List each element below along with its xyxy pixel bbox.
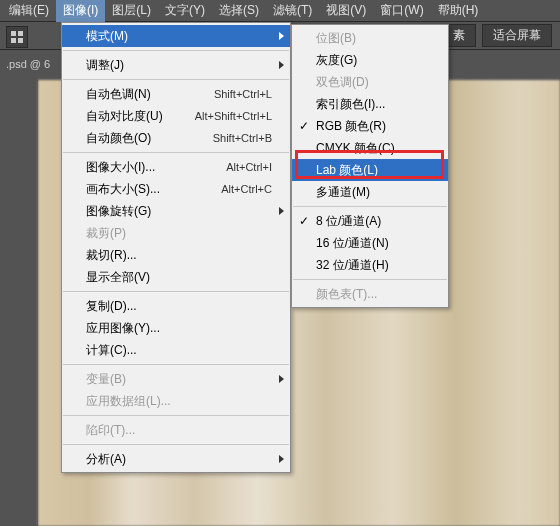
- image-menu-item[interactable]: 应用图像(Y)...: [62, 317, 290, 339]
- image-menu-item[interactable]: 画布大小(S)...Alt+Ctrl+C: [62, 178, 290, 200]
- menu-label: 双色调(D): [316, 74, 430, 91]
- mode-submenu-item[interactable]: ✓RGB 颜色(R): [292, 115, 448, 137]
- mode-submenu-item[interactable]: 索引颜色(I)...: [292, 93, 448, 115]
- menu-label: 复制(D)...: [86, 298, 272, 315]
- image-menu-item[interactable]: 模式(M): [62, 25, 290, 47]
- image-menu-item[interactable]: 自动对比度(U)Alt+Shift+Ctrl+L: [62, 105, 290, 127]
- submenu-arrow-icon: [279, 61, 284, 69]
- menu-label: Lab 颜色(L): [316, 162, 430, 179]
- image-menu-item: 应用数据组(L)...: [62, 390, 290, 412]
- submenu-arrow-icon: [279, 32, 284, 40]
- image-menu-item[interactable]: 图像旋转(G): [62, 200, 290, 222]
- image-menu-item: 陷印(T)...: [62, 419, 290, 441]
- image-menu-item: 裁剪(P): [62, 222, 290, 244]
- image-menu-item[interactable]: 显示全部(V): [62, 266, 290, 288]
- grid-icon: [10, 30, 24, 44]
- svg-rect-0: [11, 31, 16, 36]
- menubar-item[interactable]: 图层(L): [105, 0, 158, 22]
- document-tab[interactable]: .psd @ 6: [0, 54, 56, 74]
- menubar-item[interactable]: 滤镜(T): [266, 0, 319, 22]
- mode-submenu-item[interactable]: 16 位/通道(N): [292, 232, 448, 254]
- mode-submenu-item: 位图(B): [292, 27, 448, 49]
- mode-submenu: 位图(B)灰度(G)双色调(D)索引颜色(I)...✓RGB 颜色(R)CMYK…: [291, 24, 449, 308]
- menu-label: 模式(M): [86, 28, 272, 45]
- menu-shortcut: Shift+Ctrl+B: [213, 132, 272, 144]
- image-menu-item[interactable]: 分析(A): [62, 448, 290, 470]
- image-menu-item[interactable]: 调整(J): [62, 54, 290, 76]
- check-icon: ✓: [299, 119, 309, 133]
- submenu-arrow-icon: [279, 455, 284, 463]
- menubar-item[interactable]: 编辑(E): [2, 0, 56, 22]
- menu-label: 16 位/通道(N): [316, 235, 430, 252]
- menu-label: 颜色表(T)...: [316, 286, 430, 303]
- menubar-item[interactable]: 帮助(H): [431, 0, 486, 22]
- menu-label: 8 位/通道(A): [316, 213, 430, 230]
- submenu-arrow-icon: [279, 207, 284, 215]
- mode-submenu-item[interactable]: 多通道(M): [292, 181, 448, 203]
- tool-icon[interactable]: [6, 26, 28, 48]
- menu-label: 自动对比度(U): [86, 108, 167, 125]
- menu-label: CMYK 颜色(C): [316, 140, 430, 157]
- image-menu-separator: [63, 444, 289, 445]
- image-menu-separator: [63, 415, 289, 416]
- menubar-item[interactable]: 选择(S): [212, 0, 266, 22]
- menu-shortcut: Shift+Ctrl+L: [214, 88, 272, 100]
- mode-submenu-separator: [293, 206, 447, 207]
- menubar-item[interactable]: 窗口(W): [373, 0, 430, 22]
- mode-submenu-item: 颜色表(T)...: [292, 283, 448, 305]
- menu-label: 变量(B): [86, 371, 272, 388]
- menu-label: 显示全部(V): [86, 269, 272, 286]
- toolbar-btn-fit[interactable]: 适合屏幕: [482, 24, 552, 47]
- menu-label: RGB 颜色(R): [316, 118, 430, 135]
- menubar-item[interactable]: 图像(I): [56, 0, 105, 22]
- menu-label: 灰度(G): [316, 52, 430, 69]
- image-menu-item[interactable]: 自动色调(N)Shift+Ctrl+L: [62, 83, 290, 105]
- menu-label: 自动色调(N): [86, 86, 186, 103]
- menubar-item[interactable]: 文字(Y): [158, 0, 212, 22]
- menubar-item[interactable]: 视图(V): [319, 0, 373, 22]
- left-sidebar: [0, 80, 38, 526]
- image-menu-item[interactable]: 计算(C)...: [62, 339, 290, 361]
- menu-label: 应用图像(Y)...: [86, 320, 272, 337]
- svg-rect-3: [18, 38, 23, 43]
- mode-submenu-separator: [293, 279, 447, 280]
- menu-label: 32 位/通道(H): [316, 257, 430, 274]
- image-menu-separator: [63, 79, 289, 80]
- mode-submenu-item[interactable]: 灰度(G): [292, 49, 448, 71]
- menu-label: 多通道(M): [316, 184, 430, 201]
- menu-label: 裁剪(P): [86, 225, 272, 242]
- image-menu-item: 变量(B): [62, 368, 290, 390]
- image-menu-separator: [63, 50, 289, 51]
- mode-submenu-item: 双色调(D): [292, 71, 448, 93]
- menu-shortcut: Alt+Ctrl+C: [221, 183, 272, 195]
- svg-rect-1: [18, 31, 23, 36]
- image-menu: 模式(M)调整(J)自动色调(N)Shift+Ctrl+L自动对比度(U)Alt…: [61, 22, 291, 473]
- menu-label: 索引颜色(I)...: [316, 96, 430, 113]
- image-menu-item[interactable]: 裁切(R)...: [62, 244, 290, 266]
- menu-label: 调整(J): [86, 57, 272, 74]
- menu-shortcut: Alt+Ctrl+I: [226, 161, 272, 173]
- check-icon: ✓: [299, 214, 309, 228]
- image-menu-separator: [63, 364, 289, 365]
- svg-rect-2: [11, 38, 16, 43]
- menu-label: 裁切(R)...: [86, 247, 272, 264]
- menu-label: 自动颜色(O): [86, 130, 185, 147]
- menu-label: 图像大小(I)...: [86, 159, 198, 176]
- mode-submenu-item[interactable]: CMYK 颜色(C): [292, 137, 448, 159]
- menu-label: 分析(A): [86, 451, 272, 468]
- menu-label: 图像旋转(G): [86, 203, 272, 220]
- submenu-arrow-icon: [279, 375, 284, 383]
- image-menu-item[interactable]: 图像大小(I)...Alt+Ctrl+I: [62, 156, 290, 178]
- mode-submenu-item[interactable]: 32 位/通道(H): [292, 254, 448, 276]
- mode-submenu-item[interactable]: ✓8 位/通道(A): [292, 210, 448, 232]
- menu-label: 画布大小(S)...: [86, 181, 193, 198]
- menu-label: 计算(C)...: [86, 342, 272, 359]
- image-menu-separator: [63, 291, 289, 292]
- image-menu-separator: [63, 152, 289, 153]
- image-menu-item[interactable]: 自动颜色(O)Shift+Ctrl+B: [62, 127, 290, 149]
- menu-shortcut: Alt+Shift+Ctrl+L: [195, 110, 272, 122]
- menu-label: 陷印(T)...: [86, 422, 272, 439]
- mode-submenu-item[interactable]: Lab 颜色(L): [292, 159, 448, 181]
- image-menu-item[interactable]: 复制(D)...: [62, 295, 290, 317]
- menu-label: 应用数据组(L)...: [86, 393, 272, 410]
